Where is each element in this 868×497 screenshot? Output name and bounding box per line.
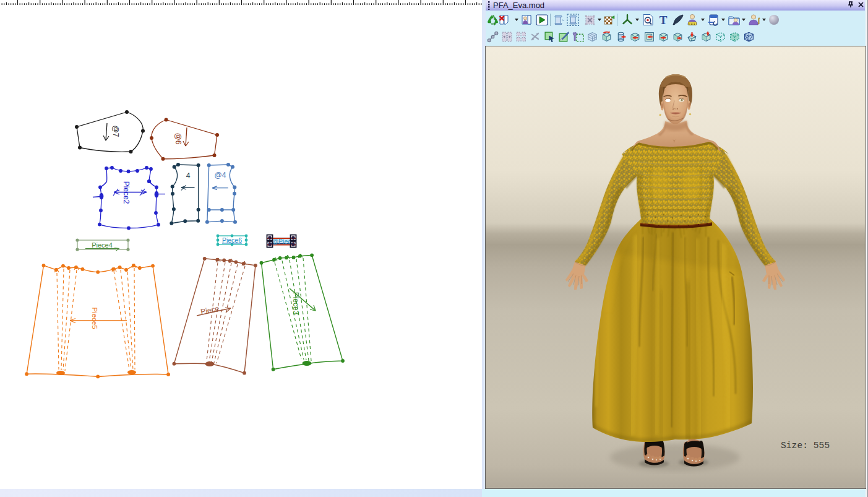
svg-text:Piece5: Piece5 xyxy=(91,307,98,329)
svg-text:@Piec: @Piec xyxy=(272,238,291,245)
svg-text:Piece6: Piece6 xyxy=(222,236,242,244)
svg-text:Piece2: Piece2 xyxy=(122,181,131,204)
svg-text:Piece4: Piece4 xyxy=(92,241,113,249)
svg-text:@6: @6 xyxy=(174,133,183,145)
svg-text:Piece3: Piece3 xyxy=(291,292,300,315)
svg-text:4: 4 xyxy=(186,171,191,180)
svg-text:@4: @4 xyxy=(215,171,226,179)
svg-text:Piece: Piece xyxy=(200,304,220,316)
svg-text:@7: @7 xyxy=(111,126,120,137)
